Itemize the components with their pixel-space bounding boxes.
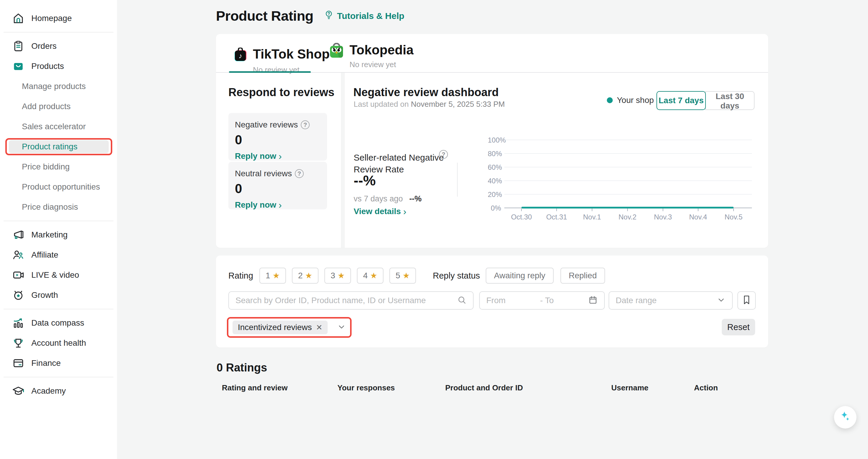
red-annotation-box: Incentivized reviews ✕ bbox=[227, 317, 351, 338]
rating-4-star-button[interactable]: 4 ★ bbox=[357, 268, 383, 284]
ratings-table-header: Rating and review Your responses Product… bbox=[216, 383, 768, 399]
reset-button[interactable]: Reset bbox=[722, 319, 755, 335]
remove-chip-icon[interactable]: ✕ bbox=[316, 323, 322, 332]
rating-5-star-button[interactable]: 5 ★ bbox=[390, 268, 416, 284]
dashboard-title: Negative review dashboard bbox=[353, 86, 499, 99]
bar-chart-icon bbox=[12, 316, 25, 329]
sidebar-item-label: Account health bbox=[31, 338, 86, 348]
calendar-icon bbox=[588, 295, 598, 306]
review-count: 0 bbox=[235, 133, 320, 147]
filters-card: Rating 1 ★ 2 ★ 3 ★ 4 ★ 5 ★ Reply status bbox=[216, 256, 768, 347]
last-updated-value: November 5, 2025 5:33 PM bbox=[411, 100, 505, 109]
rating-value: 1 bbox=[266, 271, 270, 280]
question-circle-icon[interactable]: ? bbox=[301, 120, 310, 129]
products-icon bbox=[12, 60, 25, 73]
reply-now-link[interactable]: Reply now › bbox=[235, 200, 282, 210]
star-icon: ★ bbox=[403, 271, 410, 280]
review-card-label: Neutral reviews bbox=[235, 169, 292, 178]
sidebar-item-label: Growth bbox=[31, 290, 58, 300]
sidebar-item-label: Orders bbox=[31, 41, 57, 51]
rating-value: 5 bbox=[396, 271, 400, 280]
column-header: Username bbox=[611, 383, 649, 393]
sidebar-item-growth[interactable]: Growth bbox=[0, 285, 117, 305]
tab-tiktok-shop[interactable]: ♪ TikTok Shop No review yet bbox=[234, 47, 330, 75]
affiliate-users-icon bbox=[12, 249, 25, 261]
product-rating-page: Homepage Orders Products Manage products… bbox=[0, 0, 868, 459]
sidebar-item-products[interactable]: Products bbox=[0, 56, 117, 76]
column-header: Product and Order ID bbox=[445, 383, 523, 393]
tab-tokopedia[interactable]: Tokopedia No review yet bbox=[330, 42, 414, 69]
sidebar-divider bbox=[4, 309, 114, 309]
reply-now-label: Reply now bbox=[235, 151, 276, 161]
x-axis-label: Nov.4 bbox=[680, 213, 716, 221]
sidebar-item-label: Marketing bbox=[31, 230, 68, 239]
y-axis-tick: 20% bbox=[488, 191, 501, 199]
review-card-label: Negative reviews bbox=[235, 120, 298, 130]
date-from-to-picker[interactable]: From - To bbox=[479, 291, 605, 310]
stat-title-line1: Seller-related Negative bbox=[354, 152, 444, 164]
question-circle-icon[interactable]: ? bbox=[295, 169, 304, 178]
x-axis-label: Nov.5 bbox=[716, 213, 751, 221]
awaiting-reply-button[interactable]: Awaiting reply bbox=[486, 268, 554, 284]
chevron-down-icon bbox=[337, 322, 346, 333]
sidebar-item-manage-products[interactable]: Manage products bbox=[0, 76, 117, 96]
rating-1-star-button[interactable]: 1 ★ bbox=[259, 268, 286, 284]
ai-assistant-button[interactable] bbox=[834, 406, 857, 429]
sidebar-item-product-opportunities[interactable]: Product opportunities bbox=[0, 177, 117, 197]
sidebar-divider bbox=[4, 32, 114, 32]
sidebar-item-label: Products bbox=[31, 61, 64, 71]
sidebar-item-live-video[interactable]: LIVE & video bbox=[0, 265, 117, 285]
search-input[interactable] bbox=[236, 296, 457, 305]
date-to-placeholder: - To bbox=[540, 296, 554, 305]
sidebar-item-marketing[interactable]: Marketing bbox=[0, 225, 117, 245]
sidebar-item-data-compass[interactable]: Data compass bbox=[0, 313, 117, 333]
last-updated-prefix: Last updated on bbox=[354, 100, 409, 109]
date-range-dropdown[interactable]: Date range bbox=[609, 291, 733, 310]
tutorials-help-link[interactable]: Tutorials & Help bbox=[323, 9, 404, 22]
sidebar-item-academy[interactable]: Academy bbox=[0, 381, 117, 401]
tab-title: Tokopedia bbox=[349, 42, 414, 58]
replied-button[interactable]: Replied bbox=[560, 268, 605, 284]
y-axis-tick: 40% bbox=[488, 177, 501, 185]
sidebar-item-add-products[interactable]: Add products bbox=[0, 96, 117, 117]
stat-value: --% bbox=[354, 172, 376, 189]
tab-title: TikTok Shop bbox=[253, 47, 330, 62]
search-input-box bbox=[228, 291, 473, 310]
view-details-link[interactable]: View details › bbox=[354, 207, 406, 216]
video-camera-icon bbox=[12, 268, 25, 282]
tab-subtitle: No review yet bbox=[253, 65, 330, 75]
bookmark-icon bbox=[742, 295, 751, 306]
chevron-right-icon: › bbox=[279, 201, 282, 209]
view-details-label: View details bbox=[354, 207, 401, 216]
chevron-down-icon bbox=[717, 295, 725, 306]
rating-2-star-button[interactable]: 2 ★ bbox=[292, 268, 318, 284]
sidebar-item-product-ratings[interactable]: Product ratings bbox=[0, 137, 117, 157]
sidebar-item-affiliate[interactable]: Affiliate bbox=[0, 245, 117, 265]
chevron-right-icon: › bbox=[403, 207, 406, 216]
sidebar-item-price-diagnosis[interactable]: Price diagnosis bbox=[0, 197, 117, 217]
saved-filters-button[interactable] bbox=[737, 291, 756, 310]
sidebar-item-sales-accelerator[interactable]: Sales accelerator bbox=[0, 117, 117, 137]
sidebar-item-price-bidding[interactable]: Price bidding bbox=[0, 157, 117, 177]
y-axis-tick: 60% bbox=[488, 163, 501, 172]
search-icon[interactable] bbox=[457, 295, 466, 306]
last-7-days-button[interactable]: Last 7 days bbox=[656, 91, 706, 110]
incentivized-reviews-chip: Incentivized reviews ✕ bbox=[232, 321, 328, 334]
sidebar-item-orders[interactable]: Orders bbox=[0, 36, 117, 56]
x-axis-label: Nov.3 bbox=[645, 213, 681, 221]
sidebar-item-finance[interactable]: Finance bbox=[0, 353, 117, 373]
sidebar-item-homepage[interactable]: Homepage bbox=[0, 8, 117, 28]
sidebar-item-label: Price diagnosis bbox=[22, 202, 78, 212]
sidebar-item-label: Finance bbox=[31, 358, 61, 368]
chart-legend: Your shop bbox=[607, 95, 654, 105]
sidebar-item-account-health[interactable]: Account health bbox=[0, 333, 117, 353]
vertical-divider bbox=[457, 163, 458, 197]
gridline bbox=[504, 140, 752, 140]
review-type-multiselect[interactable]: Incentivized reviews ✕ bbox=[228, 318, 350, 336]
question-circle-icon[interactable]: ? bbox=[439, 150, 448, 159]
sidebar-item-label: Price bidding bbox=[22, 162, 70, 172]
date-range-placeholder: Date range bbox=[616, 296, 657, 305]
last-30-days-button[interactable]: Last 30 days bbox=[705, 91, 754, 110]
reply-now-link[interactable]: Reply now › bbox=[235, 151, 282, 161]
rating-3-star-button[interactable]: 3 ★ bbox=[324, 268, 351, 284]
